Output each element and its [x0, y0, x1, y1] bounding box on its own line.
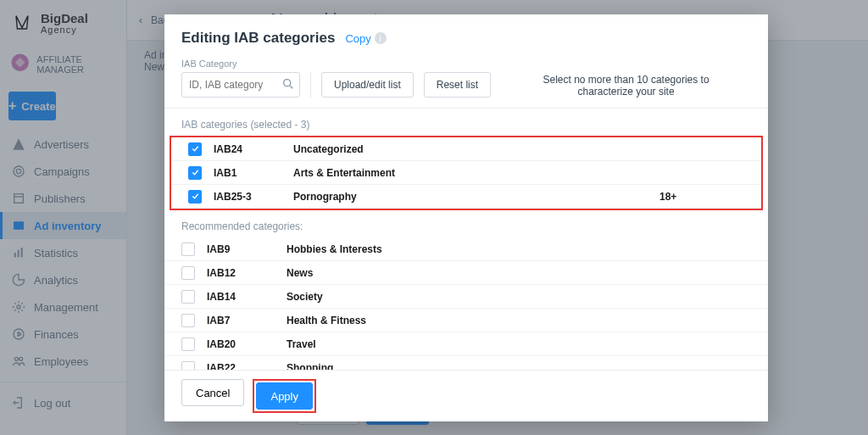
checkbox[interactable]: [181, 266, 195, 280]
checkbox[interactable]: [181, 290, 195, 304]
selected-highlight-box: IAB24UncategorizedIAB1Arts & Entertainme…: [170, 136, 763, 210]
recommended-section-label: Recommended categories:: [164, 210, 768, 237]
category-id: IAB22: [207, 362, 275, 371]
category-row[interactable]: IAB14Society: [164, 285, 768, 309]
modal-cancel-button[interactable]: Cancel: [181, 379, 244, 406]
category-name: Shopping: [287, 362, 654, 371]
category-row[interactable]: IAB7Health & Fitness: [164, 309, 768, 332]
checkbox[interactable]: [188, 190, 202, 204]
category-row[interactable]: IAB20Travel: [164, 332, 768, 356]
category-row[interactable]: IAB12News: [164, 261, 768, 285]
category-row[interactable]: IAB22Shopping: [164, 356, 768, 370]
selection-hint: Select no more than 10 categories to cha…: [501, 74, 751, 98]
category-id: IAB7: [207, 315, 275, 326]
upload-list-button[interactable]: Upload/edit list: [321, 72, 414, 98]
copy-label: Copy: [345, 32, 370, 45]
selected-section-label: IAB categories (selected - 3): [164, 109, 768, 136]
reset-list-button[interactable]: Reset list: [424, 72, 491, 98]
checkbox[interactable]: [188, 166, 202, 180]
category-id: IAB20: [207, 338, 275, 350]
modal-controls: IAB Category Upload/edit list Reset list…: [164, 55, 768, 108]
modal-title: Editing IAB categories: [181, 30, 335, 47]
category-name: Pornography: [293, 191, 648, 203]
divider: [310, 72, 311, 98]
category-id: IAB14: [207, 291, 275, 303]
category-id: IAB1: [214, 167, 281, 179]
modal-apply-button[interactable]: Apply: [256, 382, 313, 410]
category-name: Health & Fitness: [287, 315, 654, 326]
copy-link[interactable]: Copy i: [345, 32, 386, 45]
info-icon: i: [375, 32, 387, 44]
category-id: IAB12: [207, 267, 275, 279]
apply-highlight-box: Apply: [253, 379, 316, 413]
category-id: IAB25-3: [214, 191, 281, 203]
search-icon[interactable]: [281, 77, 295, 93]
category-row[interactable]: IAB24Uncategorized: [171, 137, 761, 161]
category-name: Hobbies & Interests: [287, 243, 654, 255]
category-name: Society: [287, 291, 654, 303]
category-name: Arts & Entertainment: [293, 167, 648, 179]
category-id: IAB9: [207, 243, 275, 255]
checkbox[interactable]: [181, 314, 195, 327]
modal-footer: Cancel Apply: [164, 370, 768, 421]
search-field-label: IAB Category: [181, 59, 300, 69]
checkbox[interactable]: [181, 337, 195, 351]
category-row[interactable]: IAB1Arts & Entertainment: [171, 161, 761, 185]
checkbox[interactable]: [188, 142, 202, 156]
checkbox[interactable]: [181, 361, 195, 371]
category-name: Uncategorized: [293, 143, 648, 155]
category-row[interactable]: IAB25-3Pornography18+: [171, 185, 761, 209]
checkbox[interactable]: [181, 243, 195, 256]
modal-edit-iab: Editing IAB categories Copy i IAB Catego…: [164, 14, 768, 421]
category-id: IAB24: [214, 143, 281, 155]
category-name: News: [287, 267, 654, 279]
category-name: Travel: [287, 338, 654, 350]
modal-header: Editing IAB categories Copy i: [164, 14, 768, 55]
modal-body[interactable]: IAB categories (selected - 3) IAB24Uncat…: [164, 108, 768, 370]
category-extra: 18+: [659, 191, 744, 203]
svg-point-12: [284, 80, 291, 86]
category-row[interactable]: IAB9Hobbies & Interests: [164, 237, 768, 261]
